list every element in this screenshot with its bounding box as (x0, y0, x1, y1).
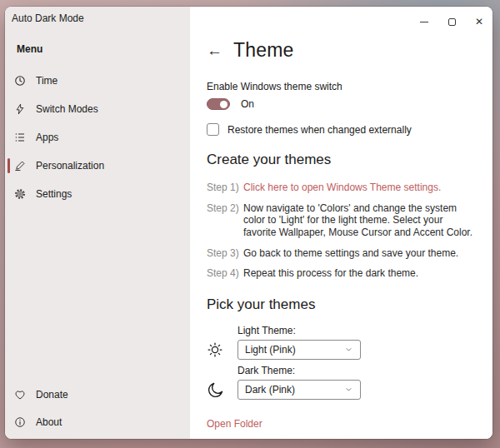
step-label: Step 1) (207, 182, 243, 193)
dark-theme-value: Dark (Pink) (245, 384, 295, 396)
sidebar-item-label: Settings (36, 188, 72, 200)
list-icon (13, 132, 26, 144)
sidebar-item-switch-modes[interactable]: Switch Modes (5, 95, 190, 123)
lightning-icon (13, 103, 26, 116)
maximize-icon (448, 18, 456, 26)
sidebar-item-settings[interactable]: Settings (5, 180, 190, 208)
sidebar: Auto Dark Mode Menu Time Switch Modes Ap… (5, 7, 190, 439)
sidebar-footer: Donate About (5, 381, 190, 439)
sun-icon (207, 340, 238, 360)
create-themes-heading: Create your themes (207, 152, 476, 168)
close-icon: ✕ (475, 17, 483, 27)
menu-label: Menu (17, 43, 190, 55)
gear-icon (13, 188, 26, 201)
chevron-down-icon (344, 385, 353, 394)
step-row-3: Step 3) Go back to theme settings and sa… (207, 247, 476, 260)
step-row-1: Step 1) Click here to open Windows Theme… (207, 182, 476, 194)
theme-page: ← Theme Enable Windows theme switch On R… (190, 7, 492, 431)
chevron-down-icon (344, 345, 353, 354)
info-icon (13, 416, 26, 428)
window-controls: ✕ (414, 13, 489, 30)
step-label: Step 2) (207, 202, 243, 214)
close-button[interactable]: ✕ (469, 13, 489, 30)
page-title: Theme (233, 39, 294, 62)
open-theme-settings-link[interactable]: Click here to open Windows Theme setting… (243, 182, 476, 194)
personalization-icon (13, 160, 26, 172)
toggle-state-label: On (241, 98, 254, 110)
sidebar-item-apps[interactable]: Apps (5, 123, 190, 152)
app-window: Auto Dark Mode Menu Time Switch Modes Ap… (5, 7, 492, 439)
steps-list: Step 1) Click here to open Windows Theme… (207, 182, 476, 280)
light-theme-combobox[interactable]: Light (Pink) (238, 340, 361, 360)
step-row-2: Step 2) Now navigate to 'Colors' and cha… (207, 202, 476, 239)
pick-themes-heading: Pick your themes (207, 296, 476, 313)
minimize-icon (420, 22, 428, 22)
clock-icon (13, 75, 26, 87)
sidebar-item-time[interactable]: Time (5, 67, 190, 95)
toggle-row: On (207, 97, 476, 111)
step-label: Step 4) (207, 267, 243, 279)
sidebar-item-label: Switch Modes (36, 103, 98, 115)
restore-checkbox-row: Restore themes when changed externally (207, 123, 476, 136)
sidebar-item-donate[interactable]: Donate (5, 381, 190, 408)
dark-theme-fields: Dark Theme: Dark (Pink) (238, 365, 476, 400)
window-title: Auto Dark Mode (5, 7, 190, 24)
light-theme-picker: Light Theme: Light (Pink) (207, 325, 476, 360)
maximize-button[interactable] (442, 13, 462, 30)
sidebar-item-label: About (36, 416, 62, 428)
moon-icon (207, 380, 238, 400)
dark-theme-picker: Dark Theme: Dark (Pink) (207, 365, 476, 400)
step-label: Step 3) (207, 247, 243, 259)
restore-checkbox[interactable] (207, 123, 219, 136)
enable-switch-label: Enable Windows theme switch (207, 81, 476, 92)
dark-theme-label: Dark Theme: (238, 365, 476, 376)
sidebar-nav: Time Switch Modes Apps Personalization (5, 67, 190, 208)
sidebar-item-about[interactable]: About (5, 408, 190, 436)
step-text: Now navigate to 'Colors' and change the … (243, 202, 476, 239)
page-header: ← Theme (207, 37, 476, 62)
sidebar-item-label: Personalization (36, 160, 104, 172)
dark-theme-combobox[interactable]: Dark (Pink) (238, 380, 361, 400)
step-text: Go back to theme settings and save your … (243, 247, 476, 260)
content-pane: ✕ ← Theme Enable Windows theme switch On… (190, 7, 492, 439)
theme-switch-toggle[interactable] (207, 98, 230, 110)
back-icon: ← (207, 42, 222, 59)
light-theme-value: Light (Pink) (245, 344, 296, 356)
step-text: Repeat this process for the dark theme. (243, 267, 476, 280)
light-theme-fields: Light Theme: Light (Pink) (238, 325, 476, 360)
sidebar-item-personalization[interactable]: Personalization (5, 152, 190, 180)
minimize-button[interactable] (414, 13, 434, 30)
step-row-4: Step 4) Repeat this process for the dark… (207, 267, 476, 280)
sidebar-item-label: Apps (36, 132, 58, 143)
open-folder-link[interactable]: Open Folder (207, 418, 262, 430)
heart-icon (13, 388, 26, 401)
sidebar-item-label: Time (36, 75, 58, 87)
light-theme-label: Light Theme: (238, 325, 476, 336)
back-button[interactable]: ← (207, 42, 222, 58)
toggle-knob (220, 101, 228, 108)
restore-checkbox-label[interactable]: Restore themes when changed externally (228, 124, 412, 136)
sidebar-item-label: Donate (36, 389, 68, 401)
